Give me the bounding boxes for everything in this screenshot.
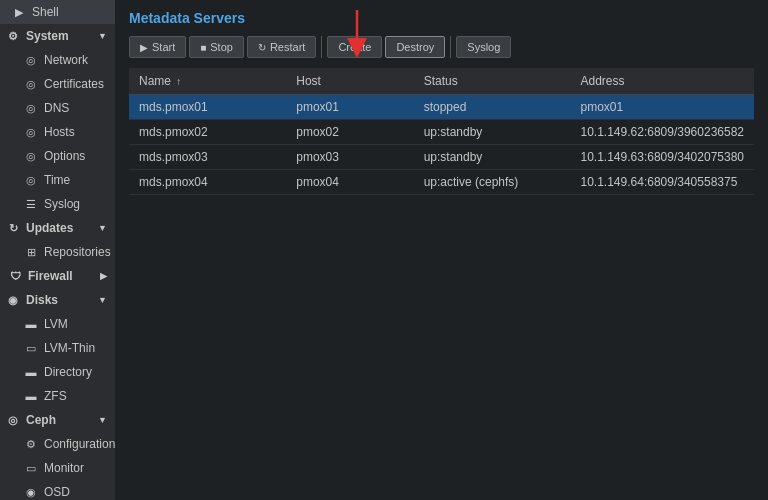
table-header-row: Name ↑ Host Status Address [129,68,754,95]
directory-icon: ▬ [24,366,38,378]
ceph-icon: ◎ [6,414,20,427]
options-icon: ◎ [24,150,38,163]
toolbar-divider [321,36,322,58]
monitor-icon: ▭ [24,462,38,475]
sidebar-item-disks[interactable]: ◉ Disks ▼ [0,288,115,312]
start-icon: ▶ [140,42,148,53]
osd-icon: ◉ [24,486,38,499]
updates-icon: ↻ [6,222,20,235]
syslog-button[interactable]: Syslog [456,36,511,58]
cell-host: pmox03 [286,145,413,170]
cell-status: stopped [414,95,571,120]
sidebar-item-options[interactable]: ◎ Options [0,144,115,168]
cell-address: 10.1.149.63:6809/3402075380 [571,145,755,170]
cell-status: up:active (cephfs) [414,170,571,195]
restart-button[interactable]: ↻ Restart [247,36,316,58]
sidebar-item-dns[interactable]: ◎ DNS [0,96,115,120]
cell-status: up:standby [414,145,571,170]
table-row[interactable]: mds.pmox02pmox02up:standby10.1.149.62:68… [129,120,754,145]
table-container: Name ↑ Host Status Address mds.pmox01pmo… [129,68,754,490]
certificates-icon: ◎ [24,78,38,91]
sidebar-item-ceph[interactable]: ◎ Ceph ▼ [0,408,115,432]
sidebar-item-hosts[interactable]: ◎ Hosts [0,120,115,144]
firewall-chevron: ▶ [100,271,107,281]
cell-address: pmox01 [571,95,755,120]
sidebar: ▶ Shell ⚙ System ▼ ◎ Network ◎ Certifica… [0,0,115,500]
main-content: Metadata Servers ▶ Start ■ Stop ↻ Restar… [115,0,768,500]
sidebar-item-zfs[interactable]: ▬ ZFS [0,384,115,408]
sidebar-item-syslog[interactable]: ☰ Syslog [0,192,115,216]
disks-chevron: ▼ [98,295,107,305]
cell-name: mds.pmox02 [129,120,286,145]
sidebar-item-firewall[interactable]: 🛡 Firewall ▶ [0,264,115,288]
network-icon: ◎ [24,54,38,67]
lvm-thin-icon: ▭ [24,342,38,355]
metadata-servers-table: Name ↑ Host Status Address mds.pmox01pmo… [129,68,754,195]
shell-icon: ▶ [12,6,26,19]
cell-name: mds.pmox04 [129,170,286,195]
firewall-icon: 🛡 [8,270,22,282]
col-name[interactable]: Name ↑ [129,68,286,95]
syslog-icon: ☰ [24,198,38,211]
sidebar-item-directory[interactable]: ▬ Directory [0,360,115,384]
col-address[interactable]: Address [571,68,755,95]
start-button[interactable]: ▶ Start [129,36,186,58]
cell-address: 10.1.149.62:6809/3960236582 [571,120,755,145]
toolbar: ▶ Start ■ Stop ↻ Restart Create Destroy … [129,36,754,58]
restart-icon: ↻ [258,42,266,53]
repositories-icon: ⊞ [24,246,38,259]
toolbar-divider-2 [450,36,451,58]
sidebar-item-certificates[interactable]: ◎ Certificates [0,72,115,96]
cell-host: pmox04 [286,170,413,195]
disks-icon: ◉ [6,294,20,307]
destroy-button[interactable]: Destroy [385,36,445,58]
sidebar-item-updates[interactable]: ↻ Updates ▼ [0,216,115,240]
cell-status: up:standby [414,120,571,145]
sidebar-item-repositories[interactable]: ⊞ Repositories [0,240,115,264]
page-title: Metadata Servers [129,10,754,26]
table-row[interactable]: mds.pmox03pmox03up:standby10.1.149.63:68… [129,145,754,170]
sidebar-item-lvm-thin[interactable]: ▭ LVM-Thin [0,336,115,360]
cell-name: mds.pmox01 [129,95,286,120]
col-status[interactable]: Status [414,68,571,95]
sidebar-item-network[interactable]: ◎ Network [0,48,115,72]
sidebar-item-lvm[interactable]: ▬ LVM [0,312,115,336]
configuration-icon: ⚙ [24,438,38,451]
col-host[interactable]: Host [286,68,413,95]
sidebar-item-configuration[interactable]: ⚙ Configuration [0,432,115,456]
cell-name: mds.pmox03 [129,145,286,170]
cell-host: pmox02 [286,120,413,145]
updates-chevron: ▼ [98,223,107,233]
time-icon: ◎ [24,174,38,187]
stop-icon: ■ [200,42,206,53]
cell-address: 10.1.149.64:6809/340558375 [571,170,755,195]
system-icon: ⚙ [6,30,20,43]
cell-host: pmox01 [286,95,413,120]
lvm-icon: ▬ [24,318,38,330]
stop-button[interactable]: ■ Stop [189,36,244,58]
sidebar-item-system[interactable]: ⚙ System ▼ [0,24,115,48]
zfs-icon: ▬ [24,390,38,402]
system-chevron: ▼ [98,31,107,41]
dns-icon: ◎ [24,102,38,115]
hosts-icon: ◎ [24,126,38,139]
ceph-chevron: ▼ [98,415,107,425]
sidebar-item-monitor[interactable]: ▭ Monitor [0,456,115,480]
sidebar-item-time[interactable]: ◎ Time [0,168,115,192]
name-sort-arrow: ↑ [176,76,181,87]
sidebar-item-osd[interactable]: ◉ OSD [0,480,115,500]
table-row[interactable]: mds.pmox04pmox04up:active (cephfs)10.1.1… [129,170,754,195]
table-row[interactable]: mds.pmox01pmox01stoppedpmox01 [129,95,754,120]
sidebar-item-shell[interactable]: ▶ Shell [0,0,115,24]
create-button[interactable]: Create [327,36,382,58]
